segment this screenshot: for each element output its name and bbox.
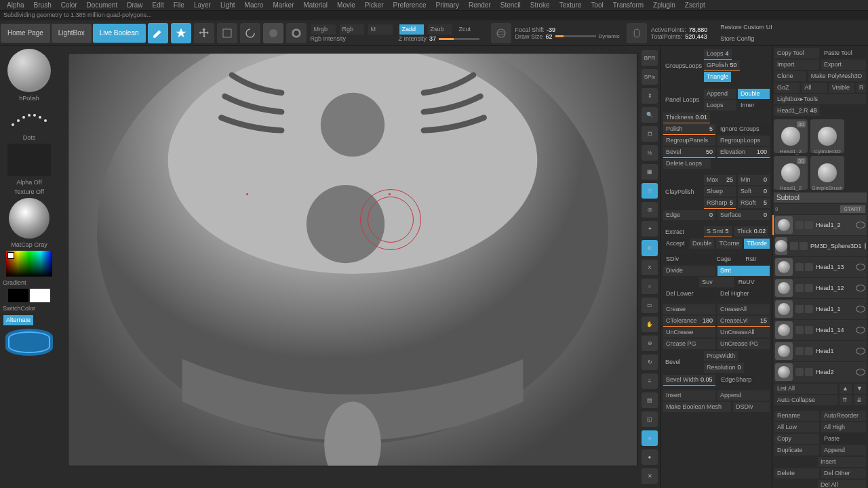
extract-label[interactable]: Extract (663, 227, 703, 237)
deleteloops-button[interactable]: Delete Loops (663, 159, 711, 169)
switchcolor-button[interactable]: SwitchColor (3, 305, 35, 312)
delhigher-button[interactable]: Del Higher (717, 289, 770, 299)
draw-icon[interactable] (171, 23, 191, 43)
brush-preview[interactable] (7, 49, 51, 92)
rsharp-slider[interactable]: RSharp5 (704, 198, 736, 208)
goz-button[interactable]: GoZ (774, 83, 800, 93)
allhigh-button[interactable]: All High (821, 422, 866, 432)
solo-icon[interactable]: ● (642, 449, 658, 465)
live-boolean-button[interactable]: Live Boolean (93, 24, 146, 43)
menu-zscript[interactable]: Zscript (680, 1, 710, 9)
subtool-item[interactable]: Head1_12 (774, 278, 867, 298)
regrouploops-button[interactable]: RegroupLoops (717, 136, 770, 146)
export-button[interactable]: Export (821, 60, 866, 70)
menu-brush[interactable]: Brush (29, 1, 56, 9)
menu-layer[interactable]: Layer (189, 1, 216, 9)
cage-button[interactable]: Cage (714, 254, 741, 264)
lightbox-tools-button[interactable]: Lightbox▸Tools (774, 94, 866, 104)
subtool-item[interactable]: Head1_1 (774, 299, 867, 319)
sphere-icon[interactable] (263, 23, 283, 43)
menu-primary[interactable]: Primary (431, 1, 464, 9)
makeboolean-button[interactable]: Make Boolean Mesh (663, 402, 731, 412)
alltop-icon[interactable]: ⇈ (840, 395, 852, 405)
move-icon[interactable] (194, 23, 214, 43)
uncreasepg-button[interactable]: UnCrease PG (717, 339, 770, 349)
mouse-icon[interactable] (627, 23, 647, 43)
zsub-button[interactable]: Zsub (428, 24, 452, 35)
tool-append-button[interactable]: Append (821, 445, 866, 455)
menu-light[interactable]: Light (216, 1, 240, 9)
groupsloops-label[interactable]: GroupsLoops (663, 61, 703, 70)
alpha-preview[interactable] (7, 144, 51, 176)
rstr-button[interactable]: Rstr (743, 254, 770, 264)
menu-marker[interactable]: Marker (268, 1, 298, 9)
delete-button[interactable]: Delete (774, 468, 819, 479)
ghost-icon[interactable]: ◐ (642, 240, 658, 256)
panelloops-label[interactable]: Panel Loops (663, 95, 703, 104)
propwidth-button[interactable]: PropWidth (704, 351, 738, 361)
max-slider[interactable]: Max25 (704, 175, 736, 185)
dynamic-label[interactable]: Dynamic (599, 33, 620, 39)
creaselvl-slider[interactable]: CreaseLvl15 (717, 316, 770, 326)
bevel-slider[interactable]: Bevel50 (663, 147, 715, 157)
tool-insert-button[interactable]: Insert (818, 457, 866, 467)
xpose-icon[interactable]: ✕ (642, 468, 658, 484)
subtool-header[interactable]: Subtool (774, 192, 867, 203)
allbot-icon[interactable]: ⇊ (854, 395, 866, 405)
autocollapse-button[interactable]: Auto Collapse (774, 395, 837, 405)
restore-ui-button[interactable]: Restore Custom UI (717, 22, 792, 33)
alllow-button[interactable]: All Low (774, 422, 819, 432)
tcorne-button[interactable]: TCorne (716, 239, 742, 249)
menu-draw[interactable]: Draw (122, 1, 147, 9)
menu-material[interactable]: Material (299, 1, 333, 9)
r-button[interactable]: R (856, 83, 866, 93)
edge-slider[interactable]: Edge0 (663, 210, 715, 220)
ghost2-icon[interactable]: ◈ (642, 430, 658, 446)
store-config-button[interactable]: Store Config (717, 34, 792, 44)
matcap-preview[interactable] (9, 198, 50, 239)
ssmt-slider[interactable]: S Smt5 (704, 226, 732, 237)
autoreorder-button[interactable]: AutoReorder (821, 411, 866, 421)
visible-button[interactable]: Visible (829, 83, 854, 93)
subtool-item[interactable]: Head1_2 (774, 215, 867, 235)
menu-movie[interactable]: Movie (332, 1, 360, 9)
ctolerance-slider[interactable]: CTolerance180 (663, 316, 715, 326)
menu-color[interactable]: Color (56, 1, 82, 9)
frame-icon[interactable]: ▭ (642, 298, 658, 313)
insert-button[interactable]: Insert (663, 390, 715, 401)
draw-size-slider[interactable] (555, 35, 596, 37)
listall-button[interactable]: List All (774, 384, 837, 394)
delother-button[interactable]: Del Other (821, 468, 866, 479)
menu-texture[interactable]: Texture (555, 1, 587, 9)
home-button[interactable]: Home Page (1, 24, 50, 43)
menu-edit[interactable]: Edit (148, 1, 169, 9)
menu-stencil[interactable]: Stencil (496, 1, 526, 9)
gradient-label[interactable]: Gradient (3, 279, 26, 286)
delall-button[interactable]: Del All (818, 480, 866, 488)
elevation-slider[interactable]: Elevation100 (717, 147, 770, 157)
pastetool-button[interactable]: Paste Tool (821, 48, 866, 58)
menu-render[interactable]: Render (464, 1, 496, 9)
linepv-icon[interactable]: ≡ (642, 373, 658, 389)
viewport[interactable] (68, 53, 637, 466)
subtool-item[interactable]: PM3D_Sphere3D1 (774, 236, 867, 256)
gyro-icon[interactable] (491, 23, 511, 43)
all-button[interactable]: All (802, 83, 827, 93)
subtool-item[interactable]: Head2 (774, 362, 867, 382)
min-slider[interactable]: Min0 (738, 175, 770, 185)
makepolymesh-button[interactable]: Make PolyMesh3D (808, 71, 866, 81)
bpr-icon[interactable]: BPR (642, 50, 658, 66)
move-canvas-icon[interactable]: ✋ (642, 317, 658, 332)
moveup-icon[interactable]: ▲ (840, 384, 852, 394)
regrouppanels-button[interactable]: RegroupPanels (663, 136, 715, 146)
append2-button[interactable]: Append (717, 390, 770, 401)
creasepg-button[interactable]: Crease PG (663, 339, 715, 349)
persp-icon[interactable]: ▦ (642, 164, 658, 180)
xsym-icon[interactable]: X (642, 260, 658, 275)
zoom3d-icon[interactable]: ⊕ (642, 336, 658, 351)
scroll-icon[interactable]: ⇕ (642, 88, 658, 104)
menu-transform[interactable]: Transform (608, 1, 648, 9)
alternate-button[interactable]: Alternate (3, 315, 33, 325)
resolution-slider[interactable]: Resolution0 (704, 363, 744, 373)
rotate-icon[interactable]: ↻ (642, 354, 658, 370)
